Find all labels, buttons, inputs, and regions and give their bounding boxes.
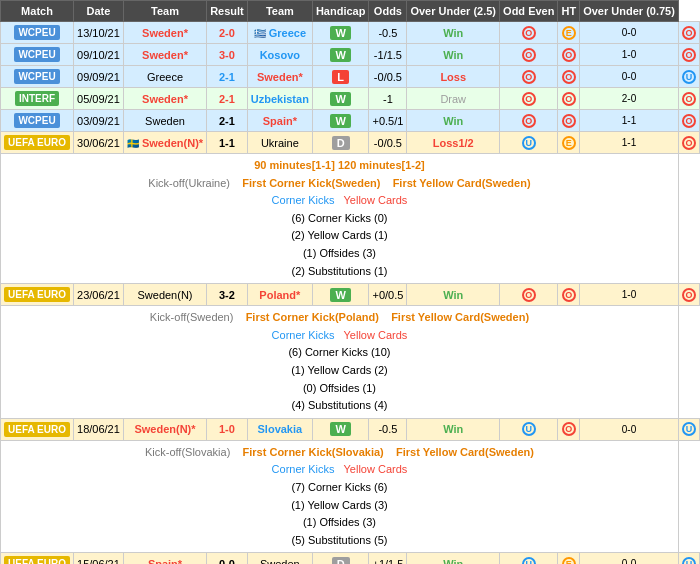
cell-oe: O: [558, 88, 580, 110]
cell-odds: Loss1/2: [407, 132, 500, 154]
header-ht: HT: [558, 1, 580, 22]
cell-outcome: L: [312, 66, 369, 88]
cell-oe: O: [558, 66, 580, 88]
cell-odds: Loss: [407, 66, 500, 88]
header-handicap: Handicap: [312, 1, 369, 22]
cell-outcome: W: [312, 22, 369, 44]
cell-ht: 2-0: [580, 88, 679, 110]
cell-ou075: O: [678, 110, 699, 132]
cell-team1: 🇸🇪 Sweden(N)*: [123, 132, 206, 154]
cell-ou25: O: [500, 22, 558, 44]
cell-ou075: O: [678, 88, 699, 110]
cell-outcome: D: [312, 132, 369, 154]
cell-outcome: W: [312, 110, 369, 132]
cell-team2: Poland*: [247, 284, 312, 306]
cell-team2: Sweden*: [247, 66, 312, 88]
cell-ht: 0-0: [580, 418, 679, 440]
cell-ou25: O: [500, 66, 558, 88]
header-team1: Team: [123, 1, 206, 22]
cell-ou075: U: [678, 66, 699, 88]
main-table-container: Match Date Team Result Team Handicap Odd…: [0, 0, 700, 564]
cell-odds: Win: [407, 553, 500, 564]
header-oe: Odd Even: [500, 1, 558, 22]
cell-ou075: U: [678, 418, 699, 440]
cell-team2: Kosovo: [247, 44, 312, 66]
cell-team2: 🇬🇷 Greece: [247, 22, 312, 44]
detail-row: Kick-off(Sweden) First Corner Kick(Polan…: [1, 306, 700, 419]
cell-competition: UEFA EURO: [1, 553, 74, 564]
header-date: Date: [74, 1, 124, 22]
cell-ht: 0-0: [580, 22, 679, 44]
cell-handicap: +1/1.5: [369, 553, 407, 564]
table-row: INTERF 05/09/21 Sweden* 2-1 Uzbekistan W…: [1, 88, 700, 110]
cell-ou075: O: [678, 284, 699, 306]
cell-odds: Win: [407, 22, 500, 44]
cell-ou25: U: [500, 553, 558, 564]
cell-odds: Draw: [407, 88, 500, 110]
cell-team1: Sweden*: [123, 88, 206, 110]
cell-oe: O: [558, 418, 580, 440]
cell-outcome: D: [312, 553, 369, 564]
table-row: UEFA EURO 18/06/21 Sweden(N)* 1-0 Slovak…: [1, 418, 700, 440]
cell-oe: O: [558, 284, 580, 306]
cell-team1: Spain*: [123, 553, 206, 564]
cell-result: 0-0: [207, 553, 248, 564]
cell-competition: WCPEU: [1, 66, 74, 88]
cell-ht: 0-0: [580, 66, 679, 88]
matches-table: Match Date Team Result Team Handicap Odd…: [0, 0, 700, 564]
table-row: UEFA EURO 23/06/21 Sweden(N) 3-2 Poland*…: [1, 284, 700, 306]
cell-team1: Greece: [123, 66, 206, 88]
cell-oe: E: [558, 553, 580, 564]
cell-ou25: O: [500, 284, 558, 306]
detail-row: 90 minutes[1-1] 120 minutes[1-2] Kick-of…: [1, 154, 700, 284]
cell-handicap: +0/0.5: [369, 284, 407, 306]
table-row: WCPEU 13/10/21 Sweden* 2-0 🇬🇷 Greece W -…: [1, 22, 700, 44]
detail-cell: 90 minutes[1-1] 120 minutes[1-2] Kick-of…: [1, 154, 679, 284]
cell-competition: UEFA EURO: [1, 418, 74, 440]
cell-result: 2-1: [207, 66, 248, 88]
detail-cell: Kick-off(Slovakia) First Corner Kick(Slo…: [1, 440, 679, 553]
table-row: WCPEU 03/09/21 Sweden 2-1 Spain* W +0.5/…: [1, 110, 700, 132]
cell-team1: Sweden(N): [123, 284, 206, 306]
table-row: WCPEU 09/10/21 Sweden* 3-0 Kosovo W -1/1…: [1, 44, 700, 66]
cell-competition: UEFA EURO: [1, 284, 74, 306]
cell-team2: Spain*: [247, 110, 312, 132]
cell-result: 3-0: [207, 44, 248, 66]
cell-ou25: U: [500, 418, 558, 440]
cell-handicap: -0.5: [369, 418, 407, 440]
cell-ou075: O: [678, 132, 699, 154]
cell-team1: Sweden(N)*: [123, 418, 206, 440]
cell-handicap: +0.5/1: [369, 110, 407, 132]
cell-team1: Sweden*: [123, 44, 206, 66]
cell-team1: Sweden*: [123, 22, 206, 44]
cell-competition: WCPEU: [1, 110, 74, 132]
cell-date: 18/06/21: [74, 418, 124, 440]
header-ou25: Over Under (2.5): [407, 1, 500, 22]
cell-handicap: -0.5: [369, 22, 407, 44]
cell-date: 05/09/21: [74, 88, 124, 110]
cell-team2: Sweden: [247, 553, 312, 564]
cell-ou075: O: [678, 22, 699, 44]
cell-outcome: W: [312, 284, 369, 306]
table-row: UEFA EURO 30/06/21 🇸🇪 Sweden(N)* 1-1 Ukr…: [1, 132, 700, 154]
cell-ht: 1-1: [580, 110, 679, 132]
detail-cell: Kick-off(Sweden) First Corner Kick(Polan…: [1, 306, 679, 419]
cell-outcome: W: [312, 44, 369, 66]
cell-ht: 0-0: [580, 553, 679, 564]
cell-ou25: O: [500, 44, 558, 66]
cell-date: 30/06/21: [74, 132, 124, 154]
cell-date: 15/06/21: [74, 553, 124, 564]
header-team2: Team: [247, 1, 312, 22]
cell-ou075: O: [678, 44, 699, 66]
cell-handicap: -1/1.5: [369, 44, 407, 66]
cell-result: 3-2: [207, 284, 248, 306]
cell-outcome: W: [312, 88, 369, 110]
cell-date: 23/06/21: [74, 284, 124, 306]
cell-oe: O: [558, 44, 580, 66]
cell-date: 03/09/21: [74, 110, 124, 132]
cell-competition: UEFA EURO: [1, 132, 74, 154]
cell-competition: WCPEU: [1, 44, 74, 66]
cell-result: 2-1: [207, 88, 248, 110]
cell-team2: Uzbekistan: [247, 88, 312, 110]
cell-ou25: O: [500, 88, 558, 110]
